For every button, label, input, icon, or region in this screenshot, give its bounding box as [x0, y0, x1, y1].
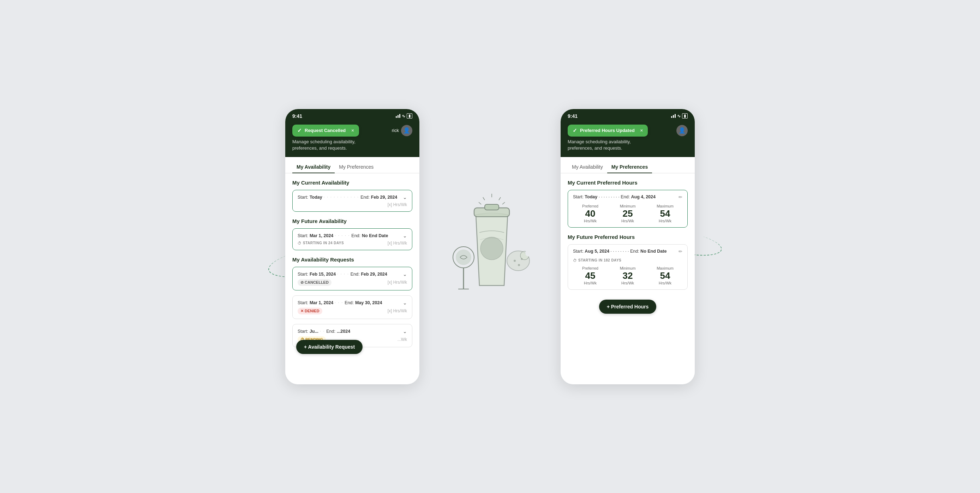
svg-line-15 — [499, 197, 501, 200]
current-dots: · · · · · · · · · · · — [324, 195, 359, 199]
req1-dots: · · · — [335, 301, 343, 305]
cpref-dots: · · · · · · · · · — [599, 194, 620, 199]
future-end-label: End: — [351, 233, 360, 238]
tab-preferences-right[interactable]: My Preferences — [607, 161, 652, 173]
fab-availability[interactable]: + Availability Request — [296, 340, 363, 354]
svg-point-12 — [480, 237, 503, 260]
current-avail-section: My Current Availability Start: Today · ·… — [292, 180, 412, 212]
future-avail-footer: ⏱ STARTING IN 24 DAYS [x] Hrs/Wk — [298, 241, 407, 246]
current-avail-chevron[interactable]: ⌄ — [403, 194, 407, 200]
content-left: My Current Availability Start: Today · ·… — [285, 173, 419, 384]
fpref-label-minimum: Minimum — [610, 266, 645, 270]
pref-unit-minimum: Hrs/Wk — [610, 219, 645, 223]
coffee-cup-svg — [444, 187, 536, 307]
request-header-0: Start: Feb 15, 2024 · · · · End: Feb 29,… — [298, 271, 407, 277]
req0-end-val: Feb 29, 2024 — [361, 272, 387, 277]
current-pref-dates: Start: Today · · · · · · · · · End: Aug … — [573, 194, 655, 199]
header-right-left: rick 👤 — [392, 125, 412, 136]
future-dots: · · · · · — [335, 234, 350, 237]
clock-icon-fpref: ⏱ — [573, 258, 577, 262]
pref-unit-maximum: Hrs/Wk — [648, 219, 682, 223]
subtitle1-right: Manage scheduling availability, — [568, 139, 631, 144]
avatar-left[interactable]: 👤 — [401, 125, 412, 136]
requests-section: My Availability Requests Start: Feb 15, … — [292, 256, 412, 347]
wifi-icon-right: ∿ — [677, 114, 681, 119]
fpref-end-val: No End Date — [640, 249, 667, 254]
fpref-value-maximum: 54 — [648, 271, 682, 280]
current-pref-section: My Current Preferred Hours Start: Today … — [568, 180, 688, 227]
header-dark-left: ✓ Request Cancelled × rick 👤 Manage sche… — [285, 122, 419, 157]
close-icon-left[interactable]: × — [351, 128, 354, 133]
fpref-value-preferred: 45 — [573, 271, 608, 280]
fpref-unit-minimum: Hrs/Wk — [610, 281, 645, 285]
svg-point-8 — [518, 264, 520, 266]
fpref-unit-maximum: Hrs/Wk — [648, 281, 682, 285]
fab-preferred-hours[interactable]: + Preferred Hours — [599, 300, 657, 314]
current-avail-card: Start: Today · · · · · · · · · · · End: … — [292, 190, 412, 212]
req2-chevron[interactable]: ⌄ — [403, 329, 407, 334]
request-dates-1: Start: Mar 1, 2024 · · · End: May 30, 20… — [298, 300, 382, 305]
badge-denied: ✕ DENIED — [298, 308, 322, 315]
current-end-label: End: — [360, 195, 370, 200]
future-pref-header: Start: Aug 5, 2024 · · · · · · · · End: … — [573, 249, 682, 254]
req2-hrs: ...Wk — [398, 337, 407, 342]
svg-point-6 — [525, 250, 532, 256]
fpref-cell-preferred: Preferred 45 Hrs/Wk — [573, 266, 608, 285]
check-icon-left: ✓ — [297, 127, 302, 134]
future-end-val: No End Date — [362, 233, 388, 238]
pref-value-minimum: 25 — [610, 209, 645, 218]
req0-start-val: Feb 15, 2024 — [310, 272, 336, 277]
check-icon-right: ✓ — [573, 127, 577, 134]
request-card-2: Start: Ju... · · End: ...2024 ⌄ ⏱ PENDIN… — [292, 324, 412, 347]
current-pref-edit[interactable]: ✏ — [679, 194, 682, 200]
avatar-right[interactable]: 👤 — [676, 125, 688, 136]
tab-availability-left[interactable]: My Availability — [292, 161, 335, 173]
fpref-label-preferred: Preferred — [573, 266, 608, 270]
pref-cell-preferred: Preferred 40 Hrs/Wk — [573, 204, 608, 223]
header-row-left: ✓ Request Cancelled × rick 👤 — [292, 124, 412, 137]
phone-right: 9:41 ∿ ▮ ✓ Preferred Hours Updated × — [561, 109, 695, 384]
tab-bar-left: My Availability My Preferences — [285, 157, 419, 173]
tab-preferences-left[interactable]: My Preferences — [335, 161, 378, 173]
status-bar-right: 9:41 ∿ ▮ — [561, 109, 695, 122]
center-illustration — [441, 187, 539, 307]
current-pref-card: Start: Today · · · · · · · · · End: Aug … — [568, 190, 688, 227]
tab-availability-right[interactable]: My Availability — [568, 161, 607, 173]
signal-bar-1 — [396, 116, 397, 118]
subtitle1-left: Manage scheduling availability, — [292, 139, 355, 144]
svg-line-14 — [483, 197, 485, 200]
future-pref-grid: Preferred 45 Hrs/Wk Minimum 32 Hrs/Wk Ma… — [573, 266, 682, 285]
future-pref-starting: ⏱ STARTING IN 182 DAYS — [573, 258, 682, 262]
header-subtitle-right: Manage scheduling availability, preferen… — [568, 139, 688, 151]
future-pref-edit[interactable]: ✏ — [679, 249, 682, 254]
header-dark-right: ✓ Preferred Hours Updated × 👤 Manage sch… — [561, 122, 695, 157]
header-subtitle-left: Manage scheduling availability, preferen… — [292, 139, 412, 151]
pref-value-maximum: 54 — [648, 209, 682, 218]
pref-label-maximum: Maximum — [648, 204, 682, 208]
user-name-left: rick — [392, 128, 399, 133]
battery-icon: ▮ — [407, 113, 412, 119]
future-avail-section: My Future Availability Start: Mar 1, 202… — [292, 218, 412, 250]
pref-cell-minimum: Minimum 25 Hrs/Wk — [610, 204, 645, 223]
req1-chevron[interactable]: ⌄ — [403, 300, 407, 305]
req0-chevron[interactable]: ⌄ — [403, 271, 407, 277]
cpref-start-label: Start: — [573, 194, 584, 199]
signal-bar-r1 — [671, 116, 672, 118]
req1-end-val: May 30, 2024 — [355, 300, 382, 305]
time-left: 9:41 — [292, 113, 302, 119]
req2-start-label: Start: — [298, 329, 308, 334]
pref-label-preferred: Preferred — [573, 204, 608, 208]
req2-dots: · · — [320, 329, 325, 333]
fpref-end-label: End: — [630, 249, 640, 254]
future-avail-chevron[interactable]: ⌄ — [403, 233, 407, 239]
future-avail-dates: Start: Mar 1, 2024 · · · · · End: No End… — [298, 233, 388, 238]
request-header-2: Start: Ju... · · End: ...2024 ⌄ — [298, 329, 407, 334]
header-row-right: ✓ Preferred Hours Updated × 👤 — [568, 124, 688, 137]
signal-bar-r2 — [673, 115, 674, 118]
svg-point-9 — [521, 258, 523, 260]
future-pref-title: My Future Preferred Hours — [568, 234, 688, 240]
tab-bar-right: My Availability My Preferences — [561, 157, 695, 173]
close-icon-right[interactable]: × — [640, 128, 643, 133]
req1-start-label: Start: — [298, 300, 308, 305]
future-avail-header: Start: Mar 1, 2024 · · · · · End: No End… — [298, 233, 407, 239]
